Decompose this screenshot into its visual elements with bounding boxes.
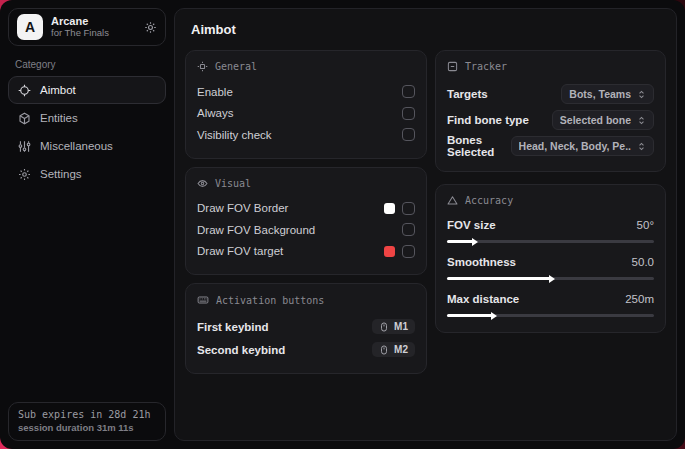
sidebar-item-miscellaneous[interactable]: Miscellaneous — [8, 132, 166, 160]
app-logo: A — [17, 14, 43, 40]
draw-fov-target-checkbox[interactable] — [402, 245, 415, 258]
setting-label: Visibility check — [197, 129, 272, 141]
find-bone-type-dropdown[interactable]: Selected bone — [552, 110, 654, 130]
setting-row-second-keybind: Second keybind M2 — [197, 338, 415, 361]
setting-label: Bones Selected — [447, 134, 511, 158]
chevrons-up-down-icon — [637, 90, 646, 99]
smoothness-setting: Smoothness 50.0 — [447, 252, 654, 280]
setting-row-draw-fov-border: Draw FOV Border — [197, 198, 415, 220]
visual-card-header: Visual — [197, 178, 415, 189]
entities-icon — [18, 112, 31, 125]
setting-label: Smoothness — [447, 256, 516, 268]
sub-expiry-text: Sub expires in 28d 21h — [18, 409, 156, 420]
fov-border-color-swatch[interactable] — [384, 203, 395, 214]
setting-label: Draw FOV Background — [197, 224, 315, 236]
keybind-value: M2 — [394, 344, 408, 355]
sidebar-item-aimbot[interactable]: Aimbot — [8, 76, 166, 104]
activation-card: Activation buttons First keybind — [185, 283, 427, 374]
dropdown-value: Selected bone — [560, 114, 631, 126]
eye-icon — [197, 178, 208, 189]
activation-card-header: Activation buttons — [197, 294, 415, 306]
sidebar-item-label: Aimbot — [40, 84, 76, 96]
setting-row-first-keybind: First keybind M1 — [197, 315, 415, 338]
setting-label: Draw FOV Border — [197, 202, 288, 214]
second-keybind-button[interactable]: M2 — [372, 342, 415, 357]
session-duration-text: session duration 31m 11s — [18, 422, 156, 433]
activation-card-title: Activation buttons — [216, 295, 324, 306]
setting-label: Second keybind — [197, 344, 285, 356]
setting-label: Draw FOV target — [197, 245, 283, 257]
fov-size-slider[interactable] — [447, 240, 654, 243]
chevrons-up-down-icon — [637, 116, 646, 125]
sliders-icon — [18, 140, 31, 153]
brand-header: A Arcane for The Finals — [8, 8, 166, 46]
draw-fov-border-checkbox[interactable] — [402, 202, 415, 215]
fov-target-color-swatch[interactable] — [384, 246, 395, 257]
tracker-card: Tracker Targets Bots, Teams — [435, 50, 666, 172]
app-window: A Arcane for The Finals Category Aimbot — [0, 0, 685, 449]
slider-thumb[interactable] — [549, 275, 555, 283]
setting-label: First keybind — [197, 321, 269, 333]
always-checkbox[interactable] — [402, 107, 415, 120]
accuracy-card: Accuracy FOV size 50° — [435, 184, 666, 333]
setting-row-draw-fov-target: Draw FOV target — [197, 241, 415, 263]
max-distance-value: 250m — [625, 293, 654, 305]
setting-row-bones-selected: Bones Selected Head, Neck, Body, Pe.. — [447, 133, 654, 159]
slider-thumb[interactable] — [491, 312, 497, 320]
dropdown-value: Bots, Teams — [569, 88, 631, 100]
draw-fov-background-checkbox[interactable] — [402, 223, 415, 236]
setting-row-draw-fov-background: Draw FOV Background — [197, 219, 415, 241]
target-icon — [197, 61, 208, 72]
fov-size-value: 50° — [637, 219, 654, 231]
setting-label: Always — [197, 107, 233, 119]
visual-card: Visual Draw FOV Border Draw FOV Backgrou… — [185, 167, 427, 276]
page-title: Aimbot — [191, 22, 666, 37]
fov-size-setting: FOV size 50° — [447, 215, 654, 243]
setting-row-enable: Enable — [197, 81, 415, 103]
crosshair-icon — [18, 84, 31, 97]
tracker-card-header: Tracker — [447, 61, 654, 72]
app-subtitle: for The Finals — [51, 28, 109, 39]
general-card-header: General — [197, 61, 415, 72]
sidebar-item-label: Entities — [40, 112, 78, 124]
setting-row-visibility-check: Visibility check — [197, 124, 415, 146]
panel-icon — [447, 61, 458, 72]
targets-dropdown[interactable]: Bots, Teams — [561, 84, 654, 104]
visibility-check-checkbox[interactable] — [402, 128, 415, 141]
smoothness-slider[interactable] — [447, 277, 654, 280]
setting-row-always: Always — [197, 103, 415, 125]
max-distance-slider[interactable] — [447, 314, 654, 317]
accuracy-card-header: Accuracy — [447, 195, 654, 206]
sidebar-item-label: Settings — [40, 168, 82, 180]
smoothness-value: 50.0 — [632, 256, 654, 268]
accuracy-card-title: Accuracy — [465, 195, 513, 206]
main-panel: Aimbot General — [174, 8, 677, 441]
setting-row-find-bone-type: Find bone type Selected bone — [447, 107, 654, 133]
keyboard-icon — [197, 294, 209, 306]
settings-gear-icon — [18, 168, 31, 181]
setting-row-targets: Targets Bots, Teams — [447, 81, 654, 107]
first-keybind-button[interactable]: M1 — [372, 319, 415, 334]
brand-text: Arcane for The Finals — [51, 15, 109, 39]
slider-thumb[interactable] — [472, 238, 478, 246]
sidebar: A Arcane for The Finals Category Aimbot — [8, 8, 166, 441]
triangle-icon — [447, 195, 458, 206]
app-name: Arcane — [51, 15, 109, 28]
bones-selected-dropdown[interactable]: Head, Neck, Body, Pe.. — [511, 136, 654, 156]
category-label: Category — [15, 59, 159, 70]
subscription-info: Sub expires in 28d 21h session duration … — [8, 402, 166, 441]
gear-icon[interactable] — [144, 21, 157, 34]
sidebar-item-label: Miscellaneous — [40, 140, 113, 152]
max-distance-setting: Max distance 250m — [447, 289, 654, 317]
tracker-card-title: Tracker — [465, 61, 507, 72]
setting-label: FOV size — [447, 219, 496, 231]
setting-label: Max distance — [447, 293, 519, 305]
general-card: General Enable Always Visibility check — [185, 50, 427, 159]
keybind-value: M1 — [394, 321, 408, 332]
mouse-icon — [379, 322, 389, 332]
enable-checkbox[interactable] — [402, 85, 415, 98]
sidebar-item-entities[interactable]: Entities — [8, 104, 166, 132]
sidebar-item-settings[interactable]: Settings — [8, 160, 166, 188]
dropdown-value: Head, Neck, Body, Pe.. — [519, 140, 631, 152]
general-card-title: General — [215, 61, 257, 72]
